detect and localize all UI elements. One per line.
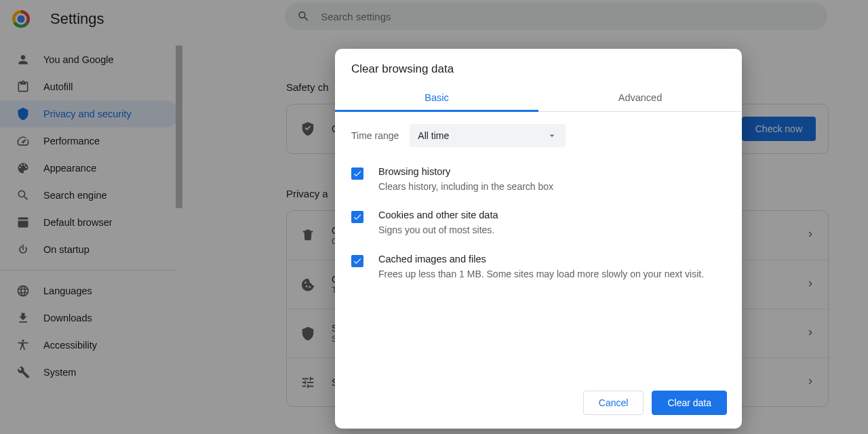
dialog-footer: Cancel Clear data <box>335 381 742 429</box>
dialog-title: Clear browsing data <box>335 49 742 84</box>
check-icon <box>353 169 362 178</box>
option-cookies: Cookies and other site data Signs you ou… <box>351 210 726 237</box>
option-title: Cached images and files <box>378 254 704 264</box>
checkbox-cookies[interactable] <box>351 211 363 223</box>
clear-browsing-data-dialog: Clear browsing data Basic Advanced Time … <box>335 49 742 429</box>
tab-basic[interactable]: Basic <box>335 84 538 111</box>
option-desc: Clears history, including in the search … <box>378 180 553 193</box>
option-title: Browsing history <box>378 166 553 177</box>
time-range-label: Time range <box>351 130 399 141</box>
time-range-row: Time range All time <box>351 124 726 147</box>
check-icon <box>353 212 362 222</box>
option-desc: Frees up less than 1 MB. Some sites may … <box>378 267 704 281</box>
dialog-tabs: Basic Advanced <box>335 84 742 112</box>
time-range-select[interactable]: All time <box>410 124 566 147</box>
tab-advanced[interactable]: Advanced <box>538 84 742 111</box>
option-desc: Signs you out of most sites. <box>378 223 498 237</box>
clear-data-button[interactable]: Clear data <box>652 391 727 415</box>
option-cached-images: Cached images and files Frees up less th… <box>351 254 726 281</box>
chevron-down-icon <box>547 130 557 141</box>
time-range-value: All time <box>418 130 449 141</box>
cancel-button[interactable]: Cancel <box>583 391 644 415</box>
dialog-body: Time range All time Browsing history Cle… <box>335 112 742 381</box>
check-icon <box>353 256 362 266</box>
checkbox-browsing-history[interactable] <box>351 167 363 180</box>
checkbox-cached-images[interactable] <box>351 255 363 267</box>
option-browsing-history: Browsing history Clears history, includi… <box>351 166 726 193</box>
option-title: Cookies and other site data <box>378 210 498 220</box>
